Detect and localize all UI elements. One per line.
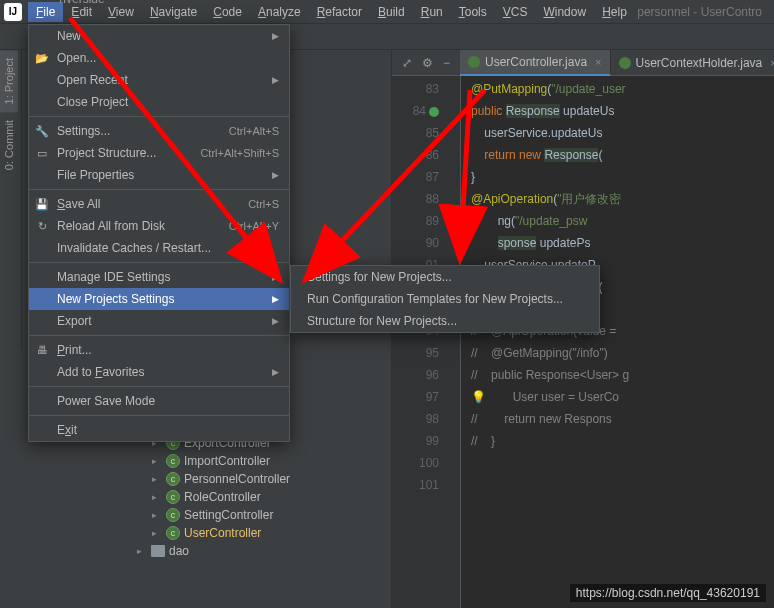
menu-icon: ↻ — [35, 219, 49, 233]
menu-code[interactable]: Code — [205, 2, 250, 22]
new-projects-settings-submenu: Settings for New Projects...Run Configur… — [290, 265, 600, 333]
menu-item[interactable]: Power Save Mode — [29, 390, 289, 412]
menu-item[interactable]: ▭Project Structure...Ctrl+Alt+Shift+S — [29, 142, 289, 164]
menubar: IJ FileEditViewNavigateCodeAnalyzeRefact… — [0, 0, 774, 24]
ide-logo-icon: IJ — [4, 3, 22, 21]
chevron-right-icon: ▸ — [137, 546, 147, 556]
menu-item[interactable]: Export▶ — [29, 310, 289, 332]
submenu-item[interactable]: Structure for New Projects... — [291, 310, 599, 332]
menu-icon: ▭ — [35, 146, 49, 160]
tab-project[interactable]: 1: Project — [0, 50, 18, 112]
menu-build[interactable]: Build — [370, 2, 413, 22]
menu-separator — [29, 262, 289, 263]
class-icon — [619, 57, 631, 69]
menu-separator — [29, 189, 289, 190]
close-icon[interactable]: × — [770, 57, 774, 69]
menu-icon: 📂 — [35, 51, 49, 65]
tree-item[interactable]: ▸cUserController — [22, 524, 391, 542]
expand-icon[interactable]: ⤢ — [402, 56, 412, 70]
chevron-right-icon: ▶ — [272, 294, 279, 304]
menu-item[interactable]: 💾Save AllCtrl+S — [29, 193, 289, 215]
gear-icon[interactable]: ⚙ — [422, 56, 433, 70]
chevron-right-icon: ▶ — [272, 316, 279, 326]
menu-item[interactable]: New▶ — [29, 25, 289, 47]
tree-item[interactable]: ▸cImportController — [22, 452, 391, 470]
file-menu-dropdown: New▶📂Open...Open Recent▶Close Project🔧Se… — [28, 24, 290, 442]
chevron-right-icon: ▸ — [152, 474, 162, 484]
class-icon — [468, 56, 480, 68]
menu-item[interactable]: 🖶Print... — [29, 339, 289, 361]
submenu-item[interactable]: Settings for New Projects... — [291, 266, 599, 288]
menu-window[interactable]: Window — [535, 2, 594, 22]
folder-icon — [151, 545, 165, 557]
menu-separator — [29, 386, 289, 387]
menu-item[interactable]: Manage IDE Settings▶ — [29, 266, 289, 288]
submenu-item[interactable]: Run Configuration Templates for New Proj… — [291, 288, 599, 310]
menu-separator — [29, 415, 289, 416]
menu-analyze[interactable]: Analyze — [250, 2, 309, 22]
breadcrumb-item[interactable]: riverside — [55, 0, 116, 6]
tab-commit[interactable]: 0: Commit — [0, 112, 18, 178]
menu-help[interactable]: Help — [594, 2, 635, 22]
tree-item[interactable]: ▸cRoleController — [22, 488, 391, 506]
menu-refactor[interactable]: Refactor — [309, 2, 370, 22]
class-icon: c — [166, 508, 180, 522]
menu-separator — [29, 335, 289, 336]
menu-icon: 🔧 — [35, 124, 49, 138]
chevron-right-icon: ▶ — [272, 75, 279, 85]
class-icon: c — [166, 472, 180, 486]
close-icon[interactable]: × — [595, 56, 601, 68]
class-icon: c — [166, 526, 180, 540]
chevron-right-icon: ▸ — [152, 528, 162, 538]
project-title: personnel - UserContro — [637, 5, 770, 19]
tab-usercontextholder[interactable]: UserContextHolder.java × — [611, 50, 775, 76]
editor-tabs: ⤢ ⚙ − UserController.java × UserContextH… — [392, 50, 774, 76]
menu-item[interactable]: Exit — [29, 419, 289, 441]
menu-run[interactable]: Run — [413, 2, 451, 22]
chevron-right-icon: ▶ — [272, 367, 279, 377]
menu-vcs[interactable]: VCS — [495, 2, 536, 22]
menu-item[interactable]: ↻Reload All from DiskCtrl+Alt+Y — [29, 215, 289, 237]
menu-item[interactable]: Open Recent▶ — [29, 69, 289, 91]
menu-item[interactable]: Add to Favorites▶ — [29, 361, 289, 383]
menu-item[interactable]: 🔧Settings...Ctrl+Alt+S — [29, 120, 289, 142]
code-area[interactable]: @PutMapping("/update_userpublic Response… — [461, 76, 774, 608]
menu-item[interactable]: Close Project — [29, 91, 289, 113]
watermark: https://blog.csdn.net/qq_43620191 — [570, 584, 766, 602]
class-icon: c — [166, 454, 180, 468]
tool-window-tabs: 1: Project 0: Commit — [0, 50, 22, 350]
menu-icon: 💾 — [35, 197, 49, 211]
tree-folder[interactable]: ▸dao — [22, 542, 391, 560]
menu-navigate[interactable]: Navigate — [142, 2, 205, 22]
menu-tools[interactable]: Tools — [451, 2, 495, 22]
tree-item[interactable]: ▸cPersonnelController — [22, 470, 391, 488]
chevron-right-icon: ▸ — [152, 456, 162, 466]
minus-icon[interactable]: − — [443, 56, 450, 70]
menu-item[interactable]: New Projects Settings▶ — [29, 288, 289, 310]
menu-item[interactable]: 📂Open... — [29, 47, 289, 69]
chevron-right-icon: ▶ — [272, 170, 279, 180]
line-gutter: 8384858687888990919293949596979899100101 — [392, 76, 447, 608]
chevron-right-icon: ▸ — [152, 492, 162, 502]
menu-item[interactable]: File Properties▶ — [29, 164, 289, 186]
fold-column — [447, 76, 461, 608]
class-icon: c — [166, 490, 180, 504]
menu-item[interactable]: Invalidate Caches / Restart... — [29, 237, 289, 259]
chevron-right-icon: ▶ — [272, 31, 279, 41]
chevron-right-icon: ▸ — [152, 510, 162, 520]
chevron-right-icon: ▶ — [272, 272, 279, 282]
menu-separator — [29, 116, 289, 117]
tab-usercontroller[interactable]: UserController.java × — [460, 50, 610, 76]
menu-icon: 🖶 — [35, 343, 49, 357]
tree-item[interactable]: ▸cSettingController — [22, 506, 391, 524]
